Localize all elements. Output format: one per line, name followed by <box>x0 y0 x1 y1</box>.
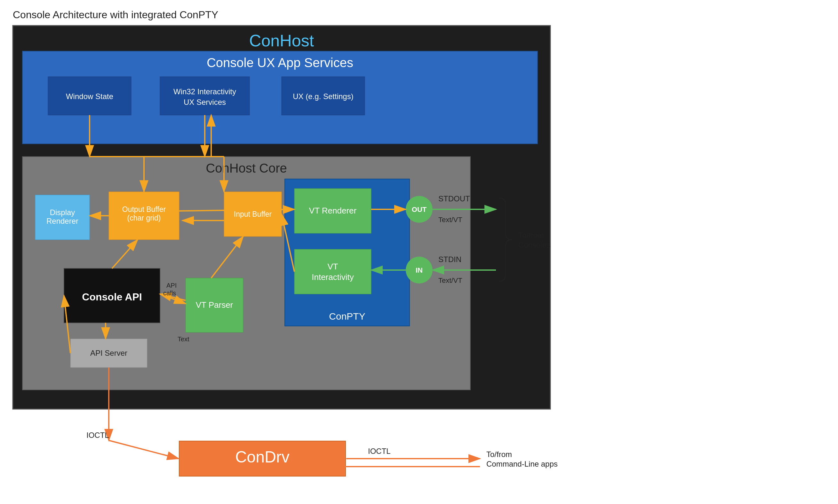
api-calls-label: API <box>166 282 177 289</box>
condrv-label: ConDrv <box>235 448 289 466</box>
svg-point-16 <box>406 257 433 284</box>
api-calls-label2: calls <box>163 290 176 296</box>
svg-rect-3 <box>160 77 250 115</box>
svg-rect-8 <box>224 192 281 236</box>
win32-box-label1: Win32 Interactivity <box>173 87 236 96</box>
svg-line-28 <box>281 214 294 272</box>
text-label-vt: Text <box>177 336 189 343</box>
input-buffer-label: Input Buffer <box>234 210 272 218</box>
svg-rect-14 <box>294 249 371 294</box>
output-buffer-label1: Output Buffer <box>122 205 166 214</box>
display-renderer-label2: Renderer <box>46 217 79 225</box>
svg-rect-13 <box>294 188 371 233</box>
to-from-cmdapps-label1: To/from <box>486 450 512 458</box>
svg-rect-4 <box>281 77 365 115</box>
vt-parser-label: VT Parser <box>196 300 233 310</box>
win32-box-label2: UX Services <box>184 98 226 106</box>
vt-renderer-label: VT Renderer <box>309 206 357 215</box>
svg-line-25 <box>179 209 294 211</box>
console-api-label: Console API <box>82 291 142 303</box>
svg-line-32 <box>160 294 186 304</box>
svg-rect-11 <box>186 278 243 332</box>
page-title: Console Architecture with integrated Con… <box>13 9 218 21</box>
window-state-box: Window State <box>66 92 113 101</box>
svg-line-42 <box>109 440 178 458</box>
ux-settings-label: UX (e.g. Settings) <box>293 92 353 101</box>
conhost-label: ConHost <box>249 31 314 50</box>
svg-rect-1 <box>22 51 537 144</box>
ux-services-label: Console UX App Services <box>207 56 353 70</box>
to-from-consoles-label1: To/from <box>518 231 544 240</box>
to-from-consoles-label2: Consoles <box>518 241 550 249</box>
svg-rect-10 <box>70 339 147 367</box>
to-from-cmdapps-label2: Command-Line apps <box>486 460 558 468</box>
vt-interactivity-label1: VT <box>327 262 338 271</box>
conhost-core-label: ConHost Core <box>206 161 287 175</box>
display-renderer-label1: Display <box>50 208 75 217</box>
ioctl-right-label: IOCTL <box>368 447 391 455</box>
svg-line-35 <box>64 295 70 353</box>
api-server-label: API Server <box>90 349 127 357</box>
svg-point-15 <box>406 196 433 223</box>
svg-rect-12 <box>285 179 410 326</box>
svg-line-31 <box>112 240 138 268</box>
svg-rect-9 <box>64 268 160 323</box>
stdin-label: STDIN <box>438 255 461 264</box>
out-circle-label: OUT <box>412 205 427 214</box>
conpty-label: ConPTY <box>329 311 365 322</box>
svg-rect-40 <box>179 441 345 476</box>
in-circle-label: IN <box>416 266 423 274</box>
output-buffer-label2: (char grid) <box>127 214 161 222</box>
svg-rect-5 <box>22 157 471 390</box>
svg-rect-6 <box>35 195 90 240</box>
diagram-svg: ConHost Console UX App Services Window S… <box>0 0 838 504</box>
svg-rect-7 <box>109 192 179 240</box>
ioctl-left-label: IOCTL <box>86 431 109 439</box>
text-vt-in-label: Text/VT <box>438 276 462 285</box>
svg-line-30 <box>211 236 243 278</box>
svg-line-33 <box>160 294 186 301</box>
text-vt-out-label: Text/VT <box>438 216 462 224</box>
svg-rect-0 <box>13 25 550 409</box>
vt-interactivity-label2: Interactivity <box>312 272 354 282</box>
svg-rect-2 <box>48 77 131 115</box>
stdout-label: STDOUT <box>438 194 470 203</box>
